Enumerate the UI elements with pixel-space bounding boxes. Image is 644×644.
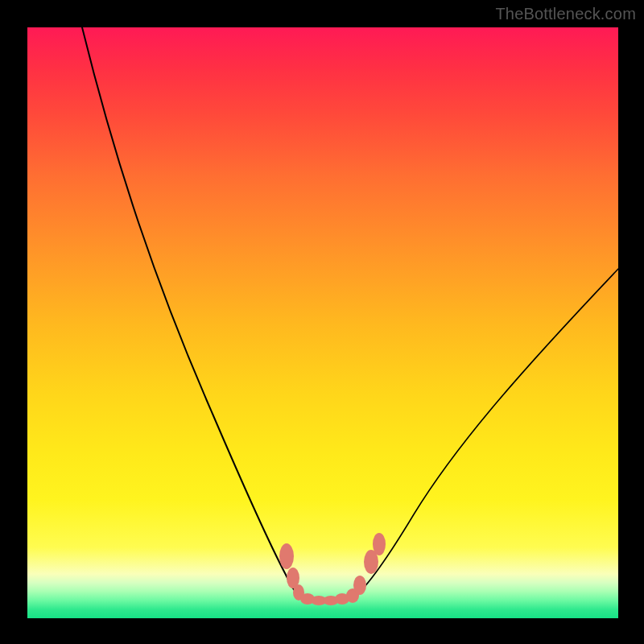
marker-dot bbox=[373, 533, 386, 555]
watermark-text: TheBottleneck.com bbox=[495, 5, 636, 23]
plot-area bbox=[27, 27, 618, 618]
curve-left-branch bbox=[82, 27, 301, 597]
curve-right-branch bbox=[353, 269, 618, 598]
marker-dot bbox=[353, 576, 366, 595]
marker-dot bbox=[279, 543, 294, 569]
bottleneck-curve bbox=[27, 27, 618, 618]
valley-markers bbox=[279, 533, 386, 605]
